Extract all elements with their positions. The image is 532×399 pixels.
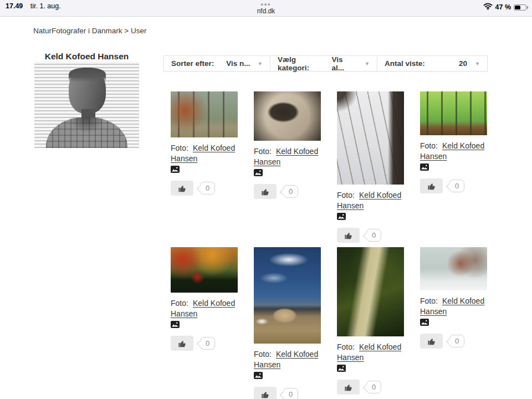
photo-card: Foto:Keld Kofoed Hansen 0 [420, 247, 487, 349]
like-count-badge: 0 [366, 229, 381, 242]
photo-card: Foto:Keld Kofoed Hansen 0 [171, 91, 238, 196]
sort-dropdown[interactable]: Sorter efter: Vis n... ▼ [164, 56, 270, 71]
gallery-icon[interactable] [171, 321, 238, 329]
category-label: Vælg kategori: [278, 55, 329, 72]
foto-label: Foto: [337, 191, 355, 200]
like-button[interactable] [337, 228, 360, 243]
photo-thumbnail[interactable] [254, 247, 321, 344]
photo-thumbnail[interactable] [254, 91, 321, 141]
photo-thumbnail[interactable] [171, 247, 238, 293]
photo-card: Foto:Keld Kofoed Hansen 0 [337, 91, 404, 243]
like-count-badge: 0 [200, 182, 215, 195]
status-right: 47 % [483, 3, 527, 12]
photo-card: Foto:Keld Kofoed Hansen 0 [254, 91, 321, 199]
page: 17.49 tir. 1. aug. ••• nfd.dk 47 % Natur… [0, 0, 532, 399]
foto-label: Foto: [171, 299, 188, 308]
like-row: 0 [337, 380, 404, 395]
like-count-badge: 0 [449, 335, 464, 347]
foto-label: Foto: [254, 350, 272, 359]
photo-card: Foto:Keld Kofoed Hansen 0 [420, 91, 487, 193]
gallery-icon[interactable] [337, 365, 404, 373]
filter-toolbar: Sorter efter: Vis n... ▼ Vælg kategori: … [163, 55, 488, 71]
like-button[interactable] [171, 336, 193, 351]
like-button[interactable] [171, 181, 193, 196]
photo-thumbnail[interactable] [171, 91, 238, 137]
photo-thumbnail[interactable] [420, 91, 487, 135]
like-count-badge: 0 [283, 185, 298, 198]
foto-label: Foto: [420, 296, 438, 305]
sort-value: Vis n... [226, 59, 250, 68]
category-dropdown[interactable]: Vælg kategori: Vis al... ▼ [270, 56, 377, 71]
gallery-icon[interactable] [254, 372, 321, 380]
like-button[interactable] [420, 178, 443, 193]
like-count-badge: 0 [366, 381, 381, 393]
like-count-badge: 0 [449, 180, 464, 192]
like-count-badge: 0 [283, 388, 298, 399]
photo-card: Foto:Keld Kofoed Hansen 0 [171, 247, 238, 351]
like-row: 0 [254, 184, 321, 199]
photo-caption: Foto:Keld Kofoed Hansen [420, 296, 487, 317]
count-dropdown[interactable]: Antal viste: 20 ▼ [377, 56, 487, 71]
photo-card: Foto:Keld Kofoed Hansen 0 [254, 247, 321, 399]
foto-label: Foto: [254, 147, 272, 156]
photo-thumbnail[interactable] [420, 247, 487, 290]
gallery-icon[interactable] [254, 169, 321, 177]
photo-caption: Foto:Keld Kofoed Hansen [171, 143, 238, 164]
photo-caption: Foto:Keld Kofoed Hansen [254, 349, 321, 370]
like-button[interactable] [254, 387, 277, 399]
like-row: 0 [337, 228, 404, 243]
chevron-down-icon: ▼ [475, 61, 480, 66]
gallery-icon[interactable] [337, 213, 404, 221]
photo-caption: Foto:Keld Kofoed Hansen [171, 298, 238, 319]
portrait-head [69, 68, 105, 114]
foto-label: Foto: [171, 144, 188, 152]
photo-thumbnail[interactable] [337, 91, 404, 185]
chevron-down-icon: ▼ [258, 61, 263, 66]
portrait-shirt [46, 117, 127, 148]
wifi-icon [483, 3, 493, 12]
url-bar[interactable]: nfd.dk [0, 7, 532, 15]
profile-photo [34, 62, 139, 148]
count-label: Antal viste: [385, 59, 425, 68]
like-row: 0 [254, 387, 321, 399]
battery-percent: 47 % [495, 3, 511, 11]
gallery-icon[interactable] [420, 163, 487, 172]
photo-caption: Foto:Keld Kofoed Hansen [254, 146, 321, 167]
photo-caption: Foto:Keld Kofoed Hansen [337, 342, 404, 363]
like-button[interactable] [337, 380, 360, 395]
photo-caption: Foto:Keld Kofoed Hansen [420, 141, 487, 162]
like-row: 0 [171, 336, 238, 351]
chevron-down-icon: ▼ [365, 61, 370, 66]
like-row: 0 [420, 178, 487, 193]
like-row: 0 [420, 334, 487, 349]
count-value: 20 [459, 59, 467, 68]
sort-label: Sorter efter: [171, 59, 214, 68]
gallery-icon[interactable] [420, 319, 487, 327]
like-row: 0 [171, 181, 238, 196]
profile-name: Keld Kofoed Hansen [34, 52, 139, 62]
like-count-badge: 0 [200, 337, 215, 350]
photo-caption: Foto:Keld Kofoed Hansen [337, 190, 404, 211]
foto-label: Foto: [337, 342, 355, 351]
status-bar: 17.49 tir. 1. aug. ••• nfd.dk 47 % [0, 0, 532, 17]
breadcrumb[interactable]: NaturFotografer i Danmark > User [33, 27, 146, 35]
photo-card: Foto:Keld Kofoed Hansen 0 [337, 247, 404, 395]
foto-label: Foto: [420, 141, 438, 150]
category-value: Vis al... [331, 55, 357, 72]
gallery-icon[interactable] [171, 166, 238, 174]
battery-icon [514, 4, 526, 11]
photo-thumbnail[interactable] [337, 247, 404, 336]
like-button[interactable] [420, 334, 443, 349]
like-button[interactable] [254, 184, 277, 199]
